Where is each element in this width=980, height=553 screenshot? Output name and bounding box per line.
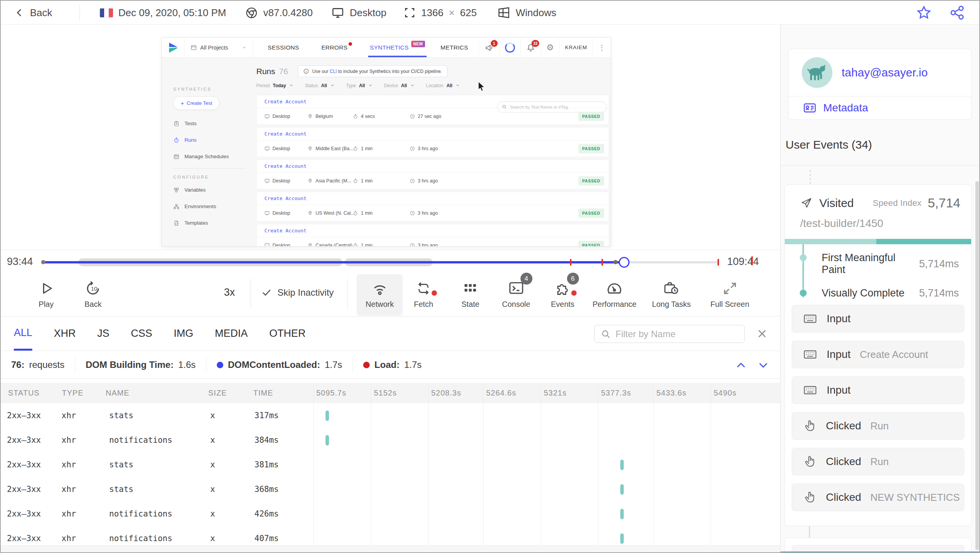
monitor-icon	[264, 210, 270, 216]
tab-img[interactable]: IMG	[174, 316, 193, 351]
table-row[interactable]: 2xx–3xxxhrstatsx381ms	[1, 452, 780, 477]
timeline-end-time: 109:44	[727, 256, 759, 268]
playhead[interactable]	[619, 257, 630, 268]
tab-js[interactable]: JS	[97, 316, 110, 351]
close-panel-button[interactable]	[756, 327, 769, 340]
events-alert-dot	[571, 290, 576, 296]
top-bar: Back Dec 09, 2020, 05:10 PM v87.0.4280 D…	[1, 1, 979, 25]
tab-all[interactable]: ALL	[14, 316, 32, 351]
sitemap-icon	[173, 204, 179, 210]
request-waterfall-bar	[620, 484, 624, 495]
filter-period: PeriodToday	[256, 83, 293, 88]
tab-xhr[interactable]: XHR	[54, 316, 76, 351]
table-row[interactable]: 2xx–3xxxhrnotificationsx384ms	[1, 428, 780, 452]
map-pin-icon	[307, 146, 313, 151]
runs-count: 76	[279, 67, 288, 76]
metadata-button[interactable]: Metadata	[789, 96, 971, 119]
timeline-start-time: 93:44	[7, 256, 33, 268]
back-10-button[interactable]: 10 Back	[85, 278, 101, 309]
jump-next-button[interactable]	[757, 359, 769, 371]
star-icon	[916, 5, 932, 20]
resolution: 1366×625	[404, 1, 477, 25]
full-screen-button[interactable]: Full Screen	[710, 278, 749, 309]
filter-input-wrap	[594, 325, 745, 343]
vc-dot	[800, 290, 807, 296]
wifi-icon	[371, 280, 388, 296]
runs-list: Create Account Desktop Belgium 4 secs 27…	[256, 95, 609, 247]
bell-badge: 33	[532, 40, 539, 47]
stopwatch-icon	[353, 243, 358, 247]
event-list: Input InputCreate Account Input ClickedR…	[785, 305, 971, 511]
fetch-panel-button[interactable]: Fetch	[414, 278, 433, 309]
table-row[interactable]: 2xx–3xxxhrstatsx368ms	[1, 477, 780, 502]
request-waterfall-bar	[620, 460, 624, 470]
performance-panel-button[interactable]: Performance	[593, 278, 637, 309]
calendar-icon	[173, 154, 179, 160]
event-input[interactable]: Input	[792, 305, 964, 333]
settings-button: ⚙	[541, 38, 560, 57]
horizontal-scrollbar[interactable]	[1, 545, 780, 553]
sidenav-item-templates: Templates	[173, 215, 254, 231]
table-row[interactable]: 2xx–3xxxhrstatsx317ms	[1, 403, 780, 428]
performance-metrics: First Meaningful Paint 5,714ms Visually …	[785, 244, 971, 305]
divider	[347, 279, 348, 308]
france-flag-icon	[100, 8, 113, 17]
speed-toggle[interactable]: 3x	[224, 286, 235, 298]
state-panel-button[interactable]: State	[462, 278, 480, 309]
tab-css[interactable]: CSS	[131, 316, 153, 351]
grid-line	[541, 383, 541, 545]
visited-label: Visited	[819, 197, 854, 210]
share-button[interactable]	[949, 1, 965, 25]
loading-spinner	[499, 38, 520, 57]
console-panel-button[interactable]: 4 Console	[502, 278, 530, 309]
bottom-accent-line	[780, 551, 980, 553]
back-button[interactable]: Back	[15, 1, 52, 25]
grid-line	[711, 383, 711, 545]
map-pin-icon	[307, 243, 313, 247]
skip-inactivity-toggle[interactable]: Skip Inactivity	[261, 287, 334, 298]
fetch-alert-dot	[432, 290, 437, 296]
favorite-button[interactable]	[916, 1, 932, 25]
notifications-button: 33	[520, 38, 541, 57]
sidebar-scrollbar[interactable]	[975, 181, 979, 550]
event-input[interactable]: Input	[792, 376, 964, 404]
play-button[interactable]: Play	[38, 278, 54, 309]
visited-group-card[interactable]: Visited Speed Index 5,714 /test-builder/…	[784, 184, 972, 526]
event-input[interactable]: InputCreate Account	[792, 341, 964, 368]
grid-line	[428, 383, 429, 545]
red-dot	[363, 362, 370, 368]
events-panel-button[interactable]: 6 Events	[551, 278, 574, 309]
monitor-icon	[331, 6, 344, 19]
request-waterfall-bar	[326, 435, 329, 445]
network-panel-button[interactable]: Network	[365, 278, 394, 309]
recorded-cursor-icon	[478, 81, 487, 91]
monitor-icon	[264, 146, 270, 151]
id-card-icon	[803, 101, 817, 115]
run-name-link: Create Account	[257, 95, 609, 108]
event-clicked[interactable]: ClickedNEW SYNTHETICS	[792, 483, 964, 511]
sidenav-item-tests: Tests	[173, 115, 254, 132]
run-name-link: Create Account	[257, 160, 609, 173]
user-email-link[interactable]: tahay@asayer.io	[842, 66, 928, 79]
request-waterfall-bar	[620, 533, 624, 544]
monitor-icon	[264, 114, 270, 119]
long-tasks-panel-button[interactable]: Long Tasks	[652, 278, 691, 309]
timeline-progress	[43, 261, 624, 263]
run-card: Create Account Desktop Middle East (Ba..…	[256, 127, 609, 157]
blue-dot	[217, 362, 223, 368]
event-connector	[809, 526, 810, 538]
stopwatch-icon	[353, 114, 358, 119]
event-clicked[interactable]: ClickedRun	[792, 412, 964, 440]
sidenav-item-variables: Variables	[173, 182, 254, 198]
tab-other[interactable]: OTHER	[269, 316, 306, 351]
fmp-dot	[800, 254, 807, 261]
user-events-heading: User Events (34)	[786, 138, 872, 151]
network-panel: ALL XHR JS CSS IMG MEDIA OTHER 76:reques…	[1, 316, 780, 553]
player-timeline: 93:44 109:44	[1, 250, 780, 273]
table-row[interactable]: 2xx–3xxxhrnotificationsx426ms	[1, 502, 780, 526]
filter-input[interactable]	[616, 329, 738, 339]
tab-media[interactable]: MEDIA	[215, 316, 248, 351]
jump-prev-button[interactable]	[735, 359, 747, 371]
event-clicked[interactable]: ClickedRun	[792, 448, 964, 475]
timeline-track[interactable]	[43, 261, 719, 263]
